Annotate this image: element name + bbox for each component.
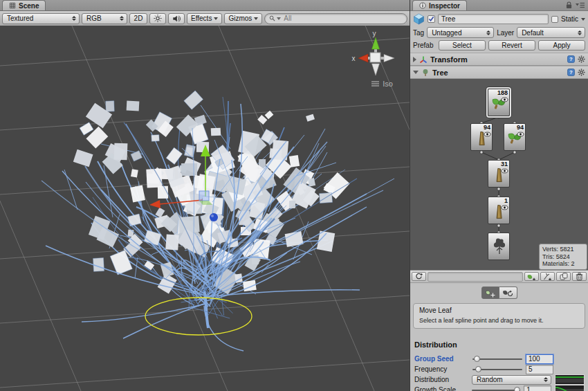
shading-mode-dropdown[interactable]: Textured — [2, 13, 80, 24]
visibility-eye-icon[interactable] — [501, 205, 508, 210]
tag-dropdown[interactable]: Untagged — [427, 27, 494, 38]
tree-node-leaf-group[interactable]: 188 — [488, 89, 510, 116]
axis-right-cone[interactable] — [384, 55, 394, 62]
gameobject-active-checkbox[interactable] — [428, 15, 435, 23]
distribution-dropdown[interactable]: Random — [472, 375, 551, 385]
add-leaf-group-button[interactable] — [524, 272, 539, 281]
tree-node-branch-group[interactable]: 94 — [470, 123, 493, 151]
growth-scale-curve-field[interactable] — [555, 385, 585, 391]
prefab-label: Prefab — [413, 42, 436, 49]
tree-node-root[interactable] — [488, 233, 510, 260]
render-channels-value: RGB — [86, 15, 117, 22]
projection-mode-label[interactable]: Iso — [371, 80, 393, 88]
refresh-icon — [415, 273, 423, 280]
axis-center-cube[interactable] — [370, 53, 380, 62]
duplicate-icon — [560, 273, 568, 280]
tool-description: Select a leaf spline point and drag to m… — [419, 317, 579, 324]
growth-scale-slider[interactable] — [472, 385, 521, 391]
prefab-select-button[interactable]: Select — [439, 40, 486, 51]
foldout-collapsed-icon[interactable] — [413, 57, 416, 62]
gizmos-dropdown-button[interactable]: Gizmos — [224, 13, 262, 24]
tree-node-branch-group[interactable]: 31 — [488, 160, 510, 188]
layer-dropdown[interactable]: Default — [517, 27, 585, 38]
growth-scale-value-field[interactable]: 1 — [524, 385, 551, 391]
panel-menu-icon[interactable] — [576, 2, 585, 8]
render-channels-dropdown[interactable]: RGB — [82, 13, 127, 24]
lighting-toggle-button[interactable] — [149, 13, 166, 24]
tris-stat: Tris: 5824 — [542, 253, 584, 261]
tree-component-icon — [421, 69, 430, 77]
tag-label: Tag — [413, 29, 424, 37]
tree-node-branch-group[interactable]: 1 — [488, 197, 510, 224]
projection-mode-text: Iso — [383, 80, 393, 88]
transform-icon — [419, 55, 428, 64]
distribution-label: Distribution — [414, 376, 472, 383]
search-filter-chevron-icon — [277, 17, 281, 20]
visibility-eye-icon[interactable] — [517, 131, 524, 137]
tree-node-leaf-group[interactable]: 94 — [504, 123, 526, 151]
audio-toggle-button[interactable] — [168, 13, 185, 24]
search-input[interactable] — [282, 14, 403, 23]
scene-tab-bar: Scene — [0, 0, 410, 11]
frequency-value-field[interactable]: 5 — [526, 365, 553, 374]
growth-scale-label: Growth Scale — [414, 386, 472, 391]
distribution-row: Distribution Random — [414, 374, 585, 385]
axis-down-cone[interactable] — [372, 64, 380, 75]
distribution-curve-field[interactable] — [555, 374, 585, 385]
group-seed-value-field[interactable]: 100 — [526, 354, 553, 364]
node-toolbar-spacer — [428, 272, 523, 282]
prefab-select-label: Select — [452, 42, 472, 49]
2d-toggle-button[interactable]: 2D — [129, 13, 147, 24]
scene-tab-label: Scene — [19, 2, 39, 10]
static-checkbox[interactable] — [551, 16, 558, 23]
materials-stat: Materials: 2 — [542, 260, 584, 268]
transform-label: Transform — [430, 55, 468, 64]
refresh-button[interactable] — [412, 272, 426, 281]
gameobject-header: Tree Static Tag Untagged Layer Default P… — [410, 11, 588, 53]
scene-viewport[interactable]: y x Iso — [0, 26, 410, 391]
axis-x-cone[interactable] — [358, 54, 368, 62]
tab-scene[interactable]: Scene — [2, 0, 46, 10]
add-branch-group-button[interactable] — [540, 272, 555, 281]
group-seed-value: 100 — [529, 355, 540, 363]
transform-component-header[interactable]: Transform ? — [410, 53, 588, 66]
help-icon[interactable]: ? — [567, 69, 575, 76]
gameobject-name-field[interactable]: Tree — [438, 14, 549, 24]
effects-label: Effects — [191, 15, 212, 22]
prefab-apply-button[interactable]: Apply — [538, 40, 585, 51]
move-leaf-tool-button[interactable] — [481, 287, 499, 299]
effects-dropdown-button[interactable]: Effects — [187, 13, 222, 24]
info-icon — [419, 2, 426, 9]
mesh-stats-tooltip: Verts: 5821 Tris: 5824 Materials: 2 — [539, 244, 587, 270]
layer-value: Default — [522, 29, 575, 37]
gear-icon[interactable] — [578, 69, 585, 76]
help-icon[interactable]: ? — [567, 55, 575, 63]
frequency-slider[interactable] — [472, 364, 522, 374]
dropdown-arrows-icon — [72, 16, 76, 21]
foldout-expanded-icon[interactable] — [413, 71, 419, 74]
static-dropdown-icon[interactable] — [581, 18, 585, 21]
visibility-eye-icon[interactable] — [484, 131, 491, 137]
chevron-down-icon — [254, 17, 258, 20]
tag-value: Untagged — [432, 29, 484, 37]
svg-text:?: ? — [569, 56, 573, 62]
prefab-revert-button[interactable]: Revert — [488, 40, 535, 51]
tab-inspector[interactable]: Inspector — [412, 0, 467, 10]
tree-component-header[interactable]: Tree ? — [410, 66, 588, 79]
dropdown-arrows-icon — [544, 377, 548, 382]
distribution-value: Random — [477, 376, 541, 383]
duplicate-node-button[interactable] — [556, 272, 571, 281]
delete-node-button[interactable] — [572, 272, 587, 281]
lock-icon[interactable] — [566, 1, 572, 9]
orientation-gizmo[interactable]: y x — [343, 30, 403, 78]
group-seed-slider[interactable] — [472, 354, 522, 364]
distribution-section: Distribution Group Seed 100 Frequency 5 … — [410, 340, 588, 391]
scene-search-field[interactable] — [264, 13, 407, 24]
gameobject-name: Tree — [441, 15, 455, 23]
gear-icon[interactable] — [578, 55, 585, 63]
add-branch-icon — [543, 273, 552, 280]
visibility-eye-icon[interactable] — [501, 168, 508, 174]
rotate-leaf-tool-button[interactable] — [499, 287, 517, 299]
axis-y-cone[interactable] — [372, 37, 380, 49]
visibility-eye-icon[interactable] — [501, 97, 508, 102]
